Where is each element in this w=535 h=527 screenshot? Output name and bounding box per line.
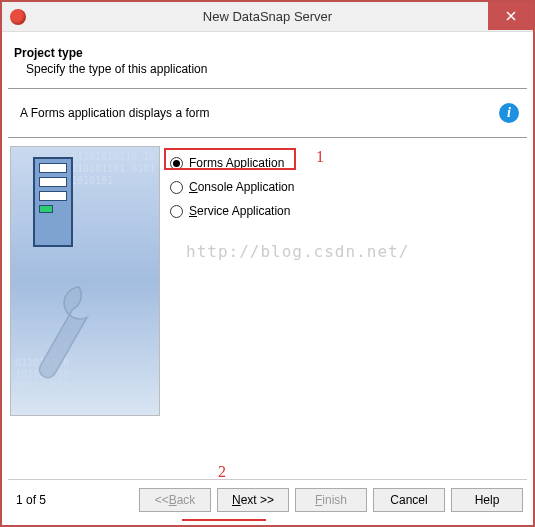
- finish-button: Finish: [295, 488, 367, 512]
- main-area: 01101010110 10110101101 01011010101 0110…: [8, 138, 527, 418]
- close-button[interactable]: [488, 2, 533, 30]
- page-indicator: 1 of 5: [12, 493, 46, 507]
- radio-icon: [170, 157, 183, 170]
- description-text: A Forms application displays a form: [14, 106, 209, 120]
- page-title: Project type: [14, 46, 521, 60]
- next-button[interactable]: Next >>: [217, 488, 289, 512]
- radio-console-label: onsole Application: [198, 180, 295, 194]
- radio-icon: [170, 205, 183, 218]
- watermark-text: http://blog.csdn.net/: [186, 242, 409, 261]
- app-icon: [10, 9, 26, 25]
- help-button[interactable]: Help: [451, 488, 523, 512]
- page-subtitle: Specify the type of this application: [14, 60, 521, 76]
- radio-icon: [170, 181, 183, 194]
- titlebar: New DataSnap Server: [2, 2, 533, 32]
- wizard-image: 01101010110 10110101101 01011010101 0110…: [10, 146, 160, 416]
- radio-service-label: ervice Application: [197, 204, 290, 218]
- radio-forms-application[interactable]: Forms Application: [170, 152, 523, 174]
- back-button: << Back: [139, 488, 211, 512]
- annotation-number-1: 1: [316, 148, 324, 166]
- wrench-icon: [31, 275, 111, 395]
- description-box: A Forms application displays a form i: [8, 88, 527, 138]
- radio-service-application[interactable]: Service Application: [170, 200, 523, 222]
- header-section: Project type Specify the type of this ap…: [8, 38, 527, 88]
- window-title: New DataSnap Server: [2, 9, 533, 24]
- radio-forms-label: orms Application: [196, 156, 284, 170]
- cancel-button[interactable]: Cancel: [373, 488, 445, 512]
- radio-console-application[interactable]: Console Application: [170, 176, 523, 198]
- options-area: Forms Application Console Application Se…: [166, 142, 527, 418]
- info-icon[interactable]: i: [499, 103, 519, 123]
- wizard-content: Project type Specify the type of this ap…: [2, 32, 533, 424]
- footer: 1 of 5 << Back Next >> Finish Cancel Hel…: [8, 479, 527, 519]
